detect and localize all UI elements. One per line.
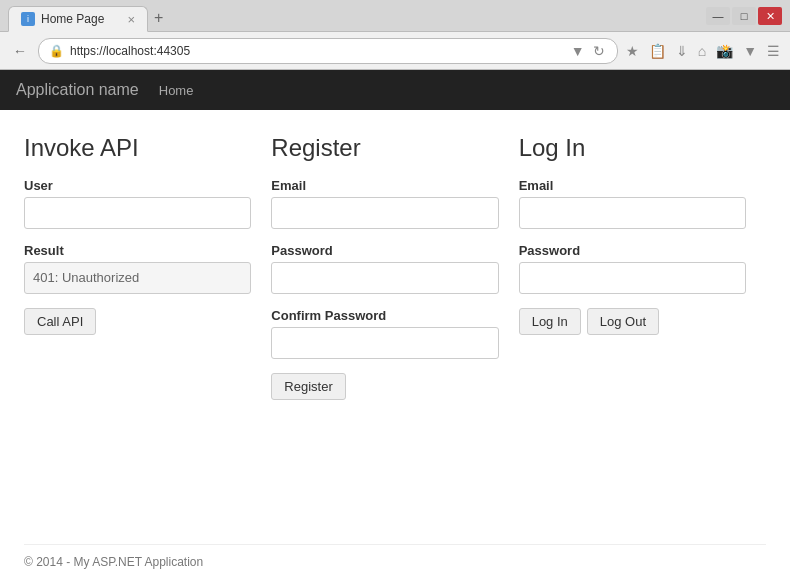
tab-favicon: i xyxy=(21,12,35,26)
main-content: Invoke API User Result 401: Unauthorized… xyxy=(0,110,790,585)
close-button[interactable]: ✕ xyxy=(758,7,782,25)
login-email-label: Email xyxy=(519,178,746,193)
login-column: Log In Email Password Log In Log Out xyxy=(519,134,766,534)
active-tab[interactable]: i Home Page × xyxy=(8,6,148,32)
register-password-label: Password xyxy=(271,243,498,258)
home-icon[interactable]: ⌂ xyxy=(696,43,708,59)
clipboard-icon[interactable]: 📋 xyxy=(647,43,668,59)
user-input[interactable] xyxy=(24,197,251,229)
footer: © 2014 - My ASP.NET Application xyxy=(24,544,766,569)
register-confirm-password-group: Confirm Password xyxy=(271,308,498,359)
register-title: Register xyxy=(271,134,498,162)
columns-container: Invoke API User Result 401: Unauthorized… xyxy=(24,134,766,534)
back-button[interactable]: ← xyxy=(8,39,32,63)
login-btn-group: Log In Log Out xyxy=(519,308,746,335)
register-email-input[interactable] xyxy=(271,197,498,229)
invoke-api-column: Invoke API User Result 401: Unauthorized… xyxy=(24,134,271,534)
dropdown-icon[interactable]: ▼ xyxy=(569,43,587,59)
app-nav-bar: Application name Home xyxy=(0,70,790,110)
download-icon[interactable]: ⇓ xyxy=(674,43,690,59)
address-text: https://localhost:44305 xyxy=(70,44,563,58)
login-email-input[interactable] xyxy=(519,197,746,229)
register-confirm-password-input[interactable] xyxy=(271,327,498,359)
title-bar: i Home Page × + — □ ✕ xyxy=(0,0,790,32)
logout-button[interactable]: Log Out xyxy=(587,308,659,335)
login-button[interactable]: Log In xyxy=(519,308,581,335)
extension-icon[interactable]: 📸 xyxy=(714,43,735,59)
register-password-input[interactable] xyxy=(271,262,498,294)
tab-close-button[interactable]: × xyxy=(127,13,135,26)
user-form-group: User xyxy=(24,178,251,229)
minimize-button[interactable]: — xyxy=(706,7,730,25)
maximize-button[interactable]: □ xyxy=(732,7,756,25)
new-tab-button[interactable]: + xyxy=(148,9,169,27)
login-title: Log In xyxy=(519,134,746,162)
footer-text: © 2014 - My ASP.NET Application xyxy=(24,555,203,569)
login-password-group: Password xyxy=(519,243,746,294)
nav-home-link[interactable]: Home xyxy=(159,83,194,98)
invoke-api-title: Invoke API xyxy=(24,134,251,162)
address-icons: ▼ ↻ xyxy=(569,43,607,59)
login-email-group: Email xyxy=(519,178,746,229)
login-password-label: Password xyxy=(519,243,746,258)
register-email-group: Email xyxy=(271,178,498,229)
browser-window: i Home Page × + — □ ✕ ← 🔒 https://localh… xyxy=(0,0,790,585)
window-controls: — □ ✕ xyxy=(706,7,782,25)
user-label: User xyxy=(24,178,251,193)
lock-icon: 🔒 xyxy=(49,44,64,58)
result-value: 401: Unauthorized xyxy=(24,262,251,294)
address-input-wrap[interactable]: 🔒 https://localhost:44305 ▼ ↻ xyxy=(38,38,618,64)
login-password-input[interactable] xyxy=(519,262,746,294)
register-column: Register Email Password Confirm Password… xyxy=(271,134,518,534)
register-button[interactable]: Register xyxy=(271,373,345,400)
register-confirm-password-label: Confirm Password xyxy=(271,308,498,323)
result-form-group: Result 401: Unauthorized xyxy=(24,243,251,294)
register-password-group: Password xyxy=(271,243,498,294)
tab-label: Home Page xyxy=(41,12,104,26)
hamburger-icon[interactable]: ☰ xyxy=(765,43,782,59)
call-api-button[interactable]: Call API xyxy=(24,308,96,335)
address-bar: ← 🔒 https://localhost:44305 ▼ ↻ ★ 📋 ⇓ ⌂ … xyxy=(0,32,790,70)
bookmark-icon[interactable]: ★ xyxy=(624,43,641,59)
register-email-label: Email xyxy=(271,178,498,193)
app-name: Application name xyxy=(16,81,139,99)
result-label: Result xyxy=(24,243,251,258)
refresh-icon[interactable]: ↻ xyxy=(591,43,607,59)
menu-dropdown-icon[interactable]: ▼ xyxy=(741,43,759,59)
